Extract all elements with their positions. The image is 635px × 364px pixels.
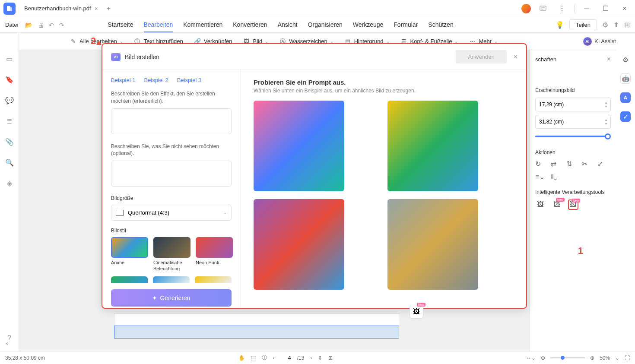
page-thumbs-icon[interactable]: ▭ — [5, 54, 14, 63]
example-3-link[interactable]: Beispiel 3 — [177, 77, 201, 83]
lightbulb-icon[interactable]: 💡 — [556, 21, 564, 29]
scroll-mode-icon[interactable]: ⇕ — [318, 355, 322, 361]
smart-tool-1[interactable]: 🖼 — [535, 199, 546, 210]
page-number-input[interactable] — [281, 355, 291, 361]
stepper-icon[interactable]: ▴▾ — [605, 118, 607, 126]
minimize-button[interactable]: ─ — [580, 2, 594, 16]
example-2-link[interactable]: Beispiel 2 — [144, 77, 168, 83]
ai-chat-icon[interactable]: 🤖 — [620, 73, 631, 84]
example-image-4[interactable] — [387, 199, 478, 290]
smart-tool-2[interactable]: 🖼New — [552, 199, 562, 210]
style-thumb-neon — [196, 237, 233, 258]
style-name: Anime — [111, 260, 148, 266]
share-button[interactable]: Teilen — [569, 19, 597, 30]
ai-image-tool[interactable]: 🖼New — [568, 199, 578, 210]
attachment-icon[interactable]: 📎 — [5, 137, 14, 146]
style-more-3[interactable] — [195, 276, 232, 283]
dialog-close-icon[interactable]: × — [514, 53, 518, 61]
file-menu[interactable]: Datei — [5, 22, 18, 28]
style-cinematic[interactable]: Cinematische Beleuchtung — [153, 237, 190, 272]
next-page-icon[interactable]: › — [310, 355, 312, 361]
prompt-section-title: Probieren Sie ein Prompt aus. — [254, 79, 513, 86]
settings-icon[interactable]: ⚙ — [620, 54, 631, 65]
tab-formular[interactable]: Formular — [394, 18, 418, 32]
example-image-1[interactable] — [254, 101, 344, 191]
prompt-section-sub: Wählen Sie unten ein Beispiel aus, um ei… — [254, 88, 513, 94]
apply-button[interactable]: Anwenden — [456, 50, 506, 63]
generate-button[interactable]: ✦ Generieren — [111, 289, 232, 307]
prompt-input[interactable] — [111, 108, 232, 134]
message-icon[interactable] — [536, 2, 550, 16]
extract-icon[interactable]: ⤢ — [597, 160, 605, 168]
tab-konvertieren[interactable]: Konvertieren — [233, 18, 267, 32]
example-1-link[interactable]: Beispiel 1 — [111, 77, 135, 83]
style-neon-punk[interactable]: Neon Punk — [196, 237, 233, 272]
print-icon[interactable]: 🖨 — [38, 22, 44, 28]
user-avatar[interactable] — [521, 4, 531, 13]
style-anime[interactable]: Anime — [111, 237, 148, 272]
search-icon[interactable]: 🔍 — [5, 158, 14, 167]
ai-a-icon[interactable]: A — [620, 92, 631, 103]
fullscreen-icon[interactable]: ⛶ — [625, 355, 630, 361]
tab-kommentieren[interactable]: Kommentieren — [183, 18, 222, 32]
prev-page-icon[interactable]: ‹ — [273, 355, 275, 361]
negative-prompt-label: Beschreiben Sie, was Sie nicht sehen möc… — [111, 143, 232, 158]
annotation-marker-2: 2 — [91, 35, 96, 47]
select-tool-icon[interactable]: ⬚ — [251, 355, 256, 361]
upload-icon[interactable]: ⬆ — [613, 21, 619, 29]
distribute-icon[interactable]: ⦀⌄ — [551, 173, 559, 180]
tab-werkzeuge[interactable]: Werkzeuge — [353, 18, 384, 32]
floating-image-button[interactable]: 🖼New — [410, 305, 423, 319]
align-icon[interactable]: ≡⌄ — [535, 173, 543, 180]
style-more-1[interactable] — [111, 276, 148, 283]
tab-organisieren[interactable]: Organisieren — [308, 18, 343, 32]
smart-tools-label: Intelligente Verarbeitungstools — [535, 189, 611, 195]
check-icon[interactable]: ✓ — [620, 111, 631, 122]
size-select[interactable]: Querformat (4:3) ⌄ — [111, 205, 232, 221]
layers-icon[interactable]: ◈ — [5, 179, 14, 187]
grid-icon[interactable]: ⊞ — [624, 21, 630, 29]
new-tab-button[interactable]: + — [107, 5, 111, 13]
rotate-icon[interactable]: ↻ — [535, 160, 543, 168]
document-selection[interactable] — [114, 326, 399, 339]
text-select-icon[interactable]: Ⓘ — [262, 354, 267, 361]
chevron-down-icon[interactable]: ⌄ — [615, 355, 619, 361]
stack-icon[interactable]: ≣ — [5, 117, 14, 125]
height-input[interactable]: 31,82 (cm) ▴▾ — [535, 115, 611, 129]
tab-close-icon[interactable]: × — [95, 5, 98, 12]
maximize-button[interactable]: ☐ — [599, 2, 613, 16]
crop-icon[interactable]: ✂ — [582, 160, 590, 168]
stepper-icon[interactable]: ▴▾ — [605, 101, 607, 108]
width-input[interactable]: 17,29 (cm) ▴▾ — [535, 98, 611, 111]
bookmark-icon[interactable]: 🔖 — [5, 75, 14, 84]
hand-tool-icon[interactable]: ✋ — [238, 355, 245, 361]
example-image-2[interactable] — [387, 101, 478, 191]
svg-rect-1 — [9, 7, 12, 11]
comment-icon[interactable]: 💬 — [5, 96, 14, 104]
scatter-icon[interactable]: ⚙ — [602, 21, 608, 29]
close-button[interactable]: × — [618, 2, 632, 16]
redo-icon[interactable]: ↷ — [59, 22, 64, 28]
tab-startseite[interactable]: Startseite — [108, 18, 133, 32]
negative-prompt-input[interactable] — [111, 161, 232, 187]
opacity-slider[interactable] — [535, 132, 611, 141]
example-image-3[interactable] — [254, 199, 344, 290]
collapse-sidebar-icon[interactable]: ‹ — [6, 340, 8, 347]
more-menu-icon[interactable]: ⋮ — [555, 2, 569, 16]
zoom-in-icon[interactable]: ⊕ — [590, 355, 594, 361]
page-mode-icon[interactable]: ⊞ — [328, 355, 333, 361]
flip-v-icon[interactable]: ⇅ — [566, 160, 574, 168]
flip-h-icon[interactable]: ⇄ — [551, 160, 559, 168]
app-logo[interactable] — [3, 3, 16, 15]
tab-bearbeiten[interactable]: Bearbeiten — [144, 18, 173, 32]
document-tab[interactable]: Benutzerhandbuch-win.pdf × — [19, 3, 103, 15]
zoom-slider[interactable] — [550, 357, 585, 358]
undo-icon[interactable]: ↶ — [49, 22, 54, 28]
style-more-2[interactable] — [153, 276, 190, 283]
fit-width-icon[interactable]: ↔⌄ — [526, 355, 536, 361]
panel-close-icon[interactable]: × — [607, 55, 611, 63]
tab-schuetzen[interactable]: Schützen — [428, 18, 453, 32]
open-icon[interactable]: 📂 — [25, 22, 32, 28]
tab-ansicht[interactable]: Ansicht — [278, 18, 298, 32]
zoom-out-icon[interactable]: ⊖ — [541, 355, 545, 361]
